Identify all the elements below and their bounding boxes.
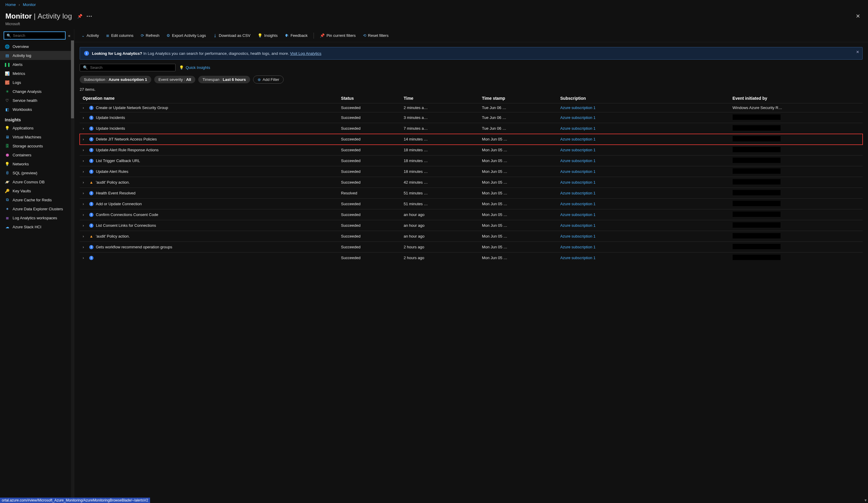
sidebar-item-key-vaults[interactable]: 🔑Key Vaults bbox=[0, 186, 74, 195]
table-row[interactable]: ›iUpdate Incidents Succeeded 7 minutes a… bbox=[80, 123, 862, 134]
sidebar-item-applications[interactable]: 💡Applications bbox=[0, 123, 74, 132]
subscription-link[interactable]: Azure subscription 1 bbox=[560, 137, 596, 141]
sidebar-item-metrics[interactable]: 📊Metrics bbox=[0, 69, 74, 78]
expand-chevron-icon[interactable]: › bbox=[83, 213, 87, 217]
pin-filters-button[interactable]: 📌Pin current filters bbox=[317, 31, 359, 40]
sidebar-item-overview[interactable]: 🌐Overview bbox=[0, 42, 74, 51]
expand-chevron-icon[interactable]: › bbox=[83, 126, 87, 131]
sidebar-item-workbooks[interactable]: ◧Workbooks bbox=[0, 105, 74, 114]
col-status[interactable]: Status bbox=[338, 93, 401, 103]
sidebar-scrollbar[interactable] bbox=[71, 40, 74, 503]
expand-chevron-icon[interactable]: › bbox=[83, 105, 87, 110]
table-row[interactable]: ›iConfirm Connections Consent Code Succe… bbox=[80, 209, 862, 220]
table-row[interactable]: ›iUpdate Alert Rule Response Actions Suc… bbox=[80, 145, 862, 155]
banner-link[interactable]: Visit Log Analytics bbox=[290, 51, 321, 56]
sidebar-item-storage-accounts[interactable]: 🗄Storage accounts bbox=[0, 141, 74, 151]
subscription-link[interactable]: Azure subscription 1 bbox=[560, 148, 596, 152]
col-time[interactable]: Time bbox=[401, 93, 479, 103]
sidebar-item-activity-log[interactable]: ▤Activity log bbox=[0, 51, 74, 60]
sidebar-item-networks[interactable]: 💡Networks bbox=[0, 160, 74, 168]
pin-icon[interactable]: 📌 bbox=[77, 14, 82, 19]
subscription-link[interactable]: Azure subscription 1 bbox=[560, 158, 596, 163]
sidebar-item-containers[interactable]: ⬣Containers bbox=[0, 151, 74, 160]
add-filter-button[interactable]: ⊕Add Filter bbox=[253, 75, 284, 84]
sidebar-item-sql-preview-[interactable]: 🛢SQL (preview) bbox=[0, 168, 74, 177]
download-csv-button[interactable]: ⭳Download as CSV bbox=[210, 31, 254, 40]
edit-columns-button[interactable]: ≣Edit columns bbox=[103, 31, 136, 40]
subscription-link[interactable]: Azure subscription 1 bbox=[560, 202, 596, 206]
breadcrumb-home[interactable]: Home bbox=[6, 2, 16, 7]
expand-chevron-icon[interactable]: › bbox=[83, 158, 87, 163]
col-timestamp[interactable]: Time stamp bbox=[479, 93, 557, 103]
table-row[interactable]: ›iList Consent Links for Connections Suc… bbox=[80, 220, 862, 231]
expand-chevron-icon[interactable]: › bbox=[83, 115, 87, 120]
sidebar-search[interactable]: 🔍 bbox=[3, 31, 65, 40]
sidebar-item-log-analytics-workspaces[interactable]: ≣Log Analytics workspaces bbox=[0, 213, 74, 222]
table-row[interactable]: ›iDelete JIT Network Access Policies Suc… bbox=[80, 134, 862, 145]
sidebar-item-azure-cosmos-db[interactable]: 🪐Azure Cosmos DB bbox=[0, 177, 74, 186]
subscription-link[interactable]: Azure subscription 1 bbox=[560, 213, 596, 217]
subscription-link[interactable]: Azure subscription 1 bbox=[560, 191, 596, 195]
expand-chevron-icon[interactable]: › bbox=[83, 169, 87, 174]
insights-button[interactable]: 💡Insights bbox=[255, 31, 281, 40]
reset-filters-button[interactable]: ⟲Reset filters bbox=[360, 31, 392, 40]
sidebar-item-azure-data-explorer-clusters[interactable]: ✶Azure Data Explorer Clusters bbox=[0, 204, 74, 213]
subscription-link[interactable]: Azure subscription 1 bbox=[560, 169, 596, 174]
more-dots-icon[interactable]: ••• bbox=[86, 14, 93, 19]
table-row[interactable]: ›iGets workflow recommend operation grou… bbox=[80, 242, 862, 253]
table-row[interactable]: ›i Succeeded 2 hours ago Mon Jun 05 … Az… bbox=[80, 253, 862, 263]
expand-chevron-icon[interactable]: › bbox=[83, 137, 87, 141]
export-logs-button[interactable]: ⚙Export Activity Logs bbox=[164, 31, 209, 40]
expand-chevron-icon[interactable]: › bbox=[83, 180, 87, 185]
table-row[interactable]: ›▲'audit' Policy action. Succeeded an ho… bbox=[80, 231, 862, 242]
collapse-icon[interactable]: « bbox=[68, 33, 70, 38]
subscription-link[interactable]: Azure subscription 1 bbox=[560, 115, 596, 120]
subscription-link[interactable]: Azure subscription 1 bbox=[560, 223, 596, 228]
filter-timespan[interactable]: Timespan : Last 6 hours bbox=[198, 76, 250, 83]
table-row[interactable]: ›iCreate or Update Network Security Grou… bbox=[80, 103, 862, 112]
col-initiated-by[interactable]: Event initiated by bbox=[730, 93, 862, 103]
expand-chevron-icon[interactable]: › bbox=[83, 191, 87, 195]
subscription-link[interactable]: Azure subscription 1 bbox=[560, 126, 596, 131]
subscription-link[interactable]: Azure subscription 1 bbox=[560, 245, 596, 249]
sidebar-item-alerts[interactable]: ❚❚Alerts bbox=[0, 60, 74, 69]
expand-chevron-icon[interactable]: › bbox=[83, 234, 87, 238]
col-subscription[interactable]: Subscription bbox=[557, 93, 730, 103]
sidebar-item-azure-cache-for-redis[interactable]: ⧉Azure Cache for Redis bbox=[0, 195, 74, 204]
cell-timestamp: Mon Jun 05 … bbox=[479, 253, 557, 263]
close-icon[interactable]: ✕ bbox=[853, 10, 862, 22]
subscription-link[interactable]: Azure subscription 1 bbox=[560, 234, 596, 238]
sidebar-item-virtual-machines[interactable]: 🖥Virtual Machines bbox=[0, 132, 74, 141]
refresh-button[interactable]: ⟳Refresh bbox=[138, 31, 163, 40]
sidebar-search-input[interactable] bbox=[13, 33, 63, 38]
filter-subscription[interactable]: Subscription : Azure subscription 1 bbox=[80, 76, 151, 83]
subscription-link[interactable]: Azure subscription 1 bbox=[560, 105, 596, 110]
feedback-button[interactable]: 🗣Feedback bbox=[282, 31, 311, 40]
table-row[interactable]: ›▲'audit' Policy action. Succeeded 42 mi… bbox=[80, 177, 862, 188]
table-row[interactable]: ›iAdd or Update Connection Succeeded 51 … bbox=[80, 199, 862, 209]
col-operation[interactable]: Operation name bbox=[80, 93, 338, 103]
breadcrumb-monitor[interactable]: Monitor bbox=[23, 2, 35, 7]
expand-chevron-icon[interactable]: › bbox=[83, 202, 87, 206]
subscription-link[interactable]: Azure subscription 1 bbox=[560, 256, 596, 260]
main-search-input[interactable] bbox=[90, 65, 172, 70]
main-search[interactable]: 🔍 bbox=[80, 64, 176, 71]
page-scroll-down-icon[interactable]: ▼ bbox=[864, 498, 867, 502]
expand-chevron-icon[interactable]: › bbox=[83, 256, 87, 260]
table-row[interactable]: ›iUpdate Incidents Succeeded 3 minutes a… bbox=[80, 112, 862, 123]
sidebar-item-azure-stack-hci[interactable]: ☁Azure Stack HCI bbox=[0, 222, 74, 231]
table-row[interactable]: ›iHealth Event Resolved Resolved 51 minu… bbox=[80, 188, 862, 199]
sidebar-item-service-health[interactable]: ♡Service health bbox=[0, 96, 74, 105]
activity-button[interactable]: ⌄Activity bbox=[79, 31, 102, 40]
banner-close-icon[interactable]: ✕ bbox=[856, 50, 859, 54]
expand-chevron-icon[interactable]: › bbox=[83, 148, 87, 152]
expand-chevron-icon[interactable]: › bbox=[83, 245, 87, 249]
table-row[interactable]: ›iList Trigger Callback URL Succeeded 18… bbox=[80, 155, 862, 166]
quick-insights-button[interactable]: 💡 Quick Insights bbox=[179, 65, 210, 70]
subscription-link[interactable]: Azure subscription 1 bbox=[560, 180, 596, 185]
sidebar-item-logs[interactable]: 🧱Logs bbox=[0, 78, 74, 87]
table-row[interactable]: ›iUpdate Alert Rules Succeeded 18 minute… bbox=[80, 166, 862, 177]
sidebar-item-change-analysis[interactable]: ✳Change Analysis bbox=[0, 87, 74, 96]
filter-severity[interactable]: Event severity : All bbox=[154, 76, 195, 83]
expand-chevron-icon[interactable]: › bbox=[83, 223, 87, 228]
